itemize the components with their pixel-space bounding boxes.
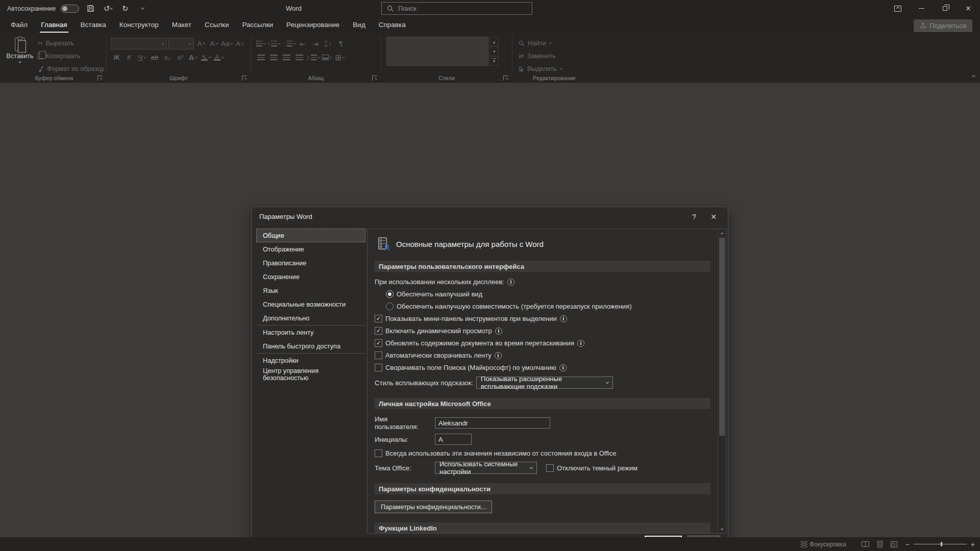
shading-button[interactable]	[322, 52, 333, 64]
styles-down-button[interactable]: ▾	[489, 46, 499, 56]
tab-view[interactable]: Вид	[346, 17, 372, 33]
underline-button[interactable]: Ч	[136, 52, 148, 64]
highlight-button[interactable]: ✎	[200, 52, 211, 64]
username-input[interactable]: Aleksandr	[435, 417, 550, 429]
styles-more-button[interactable]: ▾	[489, 56, 499, 66]
change-case-button[interactable]: Аа	[221, 38, 233, 50]
dialog-help-button[interactable]: ?	[688, 211, 700, 222]
minimize-button[interactable]	[910, 0, 933, 17]
multilevel-list-button[interactable]: ⋮	[282, 38, 296, 50]
info-icon[interactable]	[559, 364, 567, 371]
select-button[interactable]: Выделить	[513, 62, 595, 75]
tab-file[interactable]: Файл	[4, 17, 34, 33]
undo-button[interactable]: ↺	[102, 3, 114, 15]
numbering-button[interactable]: 1	[268, 38, 280, 50]
scrollbar[interactable]: ▴ ▾	[718, 229, 726, 533]
sidebar-item-save[interactable]: Сохранение	[256, 270, 365, 284]
font-color-button[interactable]: А	[213, 52, 224, 64]
line-spacing-button[interactable]: ↕	[306, 52, 320, 64]
increase-indent-button[interactable]: ⇥	[310, 38, 321, 50]
bold-button[interactable]: Ж	[111, 52, 122, 64]
tab-home[interactable]: Главная	[34, 17, 74, 33]
save-button[interactable]	[84, 3, 96, 15]
office-theme-select[interactable]: Использовать системные настройки	[435, 462, 537, 474]
checkbox-collapse-search[interactable]	[375, 364, 382, 371]
sidebar-item-quick-access[interactable]: Панель быстрого доступа	[256, 339, 365, 353]
sidebar-item-addins[interactable]: Надстройки	[256, 354, 365, 367]
sidebar-item-advanced[interactable]: Дополнительно	[256, 311, 365, 325]
close-button[interactable]: ✕	[957, 0, 980, 17]
radio-best-appearance[interactable]	[386, 290, 394, 298]
font-name-combo[interactable]	[111, 38, 167, 49]
info-icon[interactable]	[507, 279, 514, 286]
restore-button[interactable]	[933, 0, 957, 17]
autosave-toggle[interactable]	[61, 5, 79, 13]
tab-design[interactable]: Конструктор	[113, 17, 165, 33]
scrollbar-thumb[interactable]	[719, 238, 725, 436]
checkbox-update-while-dragging[interactable]	[375, 339, 382, 347]
sidebar-item-trust-center[interactable]: Центр управления безопасностью	[256, 367, 365, 381]
copy-button[interactable]: Копировать	[38, 51, 104, 61]
checkbox-live-preview[interactable]	[375, 327, 382, 335]
align-left-button[interactable]	[255, 52, 266, 64]
tab-insert[interactable]: Вставка	[74, 17, 113, 33]
print-layout-button[interactable]	[877, 541, 883, 547]
info-icon[interactable]	[495, 352, 502, 359]
grow-font-button[interactable]: А	[195, 38, 207, 50]
align-right-button[interactable]	[281, 52, 292, 64]
checkbox-disable-dark-mode[interactable]	[546, 464, 554, 472]
tab-review[interactable]: Рецензирование	[280, 17, 346, 33]
align-center-button[interactable]	[268, 52, 279, 64]
sidebar-item-accessibility[interactable]: Специальные возможности	[256, 297, 365, 311]
tab-help[interactable]: Справка	[372, 17, 412, 33]
info-icon[interactable]	[560, 315, 567, 322]
paste-button[interactable]: Вставить	[6, 37, 34, 74]
collapse-ribbon-button[interactable]	[972, 71, 975, 80]
subscript-button[interactable]: x₂	[162, 52, 173, 64]
redo-button[interactable]: ↻	[119, 3, 131, 15]
scrollbar-up-button[interactable]: ▴	[718, 229, 726, 237]
info-icon[interactable]	[577, 340, 584, 347]
shrink-font-button[interactable]: А	[208, 38, 219, 50]
privacy-settings-button[interactable]: Параметры конфиденциальности...	[375, 500, 492, 513]
focus-mode-button[interactable]: Фокусировка	[801, 541, 846, 548]
styles-launcher[interactable]: ↘	[503, 76, 508, 81]
ribbon-display-options-button[interactable]	[886, 0, 910, 17]
zoom-slider-thumb[interactable]	[941, 542, 942, 546]
sidebar-item-general[interactable]: Общие	[256, 229, 365, 242]
sidebar-item-display[interactable]: Отображение	[256, 242, 365, 256]
tooltip-style-select[interactable]: Показывать расширенные всплывающие подск…	[476, 377, 613, 389]
replace-button[interactable]: ⇄ Заменить	[513, 49, 595, 62]
tab-mailings[interactable]: Рассылки	[236, 17, 280, 33]
search-input[interactable]: Поиск	[381, 2, 532, 15]
superscript-button[interactable]: x²	[175, 52, 186, 64]
clear-format-button[interactable]: А◊	[234, 38, 246, 50]
paragraph-launcher[interactable]: ↘	[372, 76, 377, 81]
sort-button[interactable]: АЯ↓	[323, 38, 334, 50]
sidebar-item-proofing[interactable]: Правописание	[256, 256, 365, 270]
checkbox-mini-toolbar[interactable]	[375, 315, 382, 322]
share-button[interactable]: Поделиться	[914, 19, 972, 32]
info-icon[interactable]	[495, 328, 502, 335]
font-launcher[interactable]: ↘	[242, 76, 247, 81]
bullets-button[interactable]	[255, 38, 266, 50]
decrease-indent-button[interactable]: ⇤	[297, 38, 308, 50]
italic-button[interactable]: К	[124, 52, 135, 64]
clipboard-launcher[interactable]: ↘	[97, 76, 103, 81]
show-marks-button[interactable]: ¶	[335, 38, 347, 50]
sidebar-item-customize-ribbon[interactable]: Настроить ленту	[256, 325, 365, 339]
initials-input[interactable]: A	[435, 434, 472, 445]
tab-references[interactable]: Ссылки	[198, 17, 236, 33]
styles-gallery[interactable]	[386, 37, 488, 66]
zoom-in-button[interactable]: +	[971, 540, 975, 548]
format-painter-button[interactable]: Формат по образцу	[38, 63, 104, 74]
zoom-slider[interactable]	[914, 544, 967, 544]
text-effects-button[interactable]: А	[187, 52, 199, 64]
qat-customize-button[interactable]	[136, 3, 149, 15]
borders-button[interactable]: ⊞	[334, 52, 346, 64]
justify-button[interactable]	[293, 52, 305, 64]
zoom-out-button[interactable]: −	[905, 540, 910, 548]
cut-button[interactable]: ✂Вырезать	[38, 38, 104, 48]
find-button[interactable]: Найти	[513, 37, 595, 49]
font-size-combo[interactable]	[168, 38, 194, 49]
